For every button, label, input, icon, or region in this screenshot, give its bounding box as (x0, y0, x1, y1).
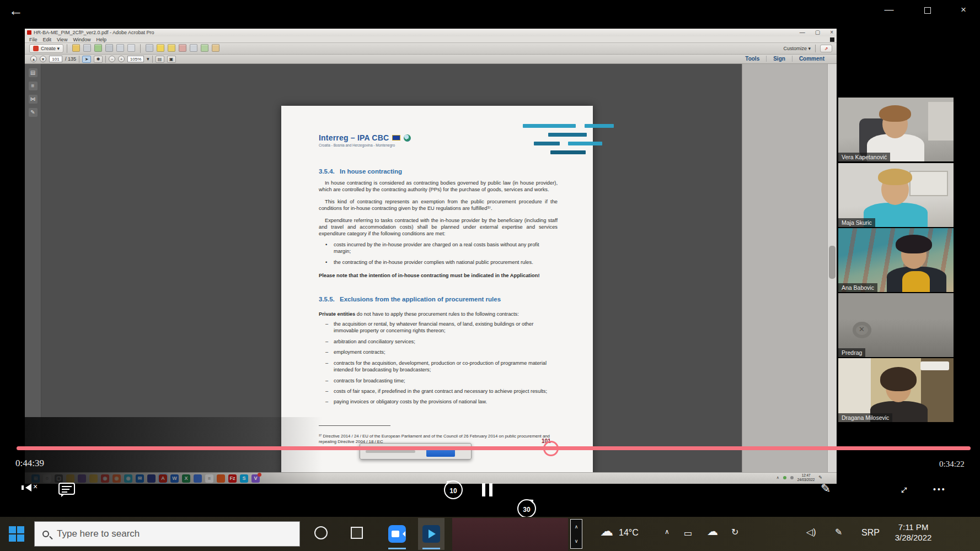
cloud-upload-icon[interactable] (94, 44, 102, 52)
tray-dot-icon (790, 476, 794, 479)
customize-button[interactable]: Customize ▾ (783, 46, 811, 51)
start-button[interactable] (9, 526, 24, 542)
comment-tab[interactable]: Comment (792, 56, 831, 62)
tray-chevron-icon[interactable]: ∧ (776, 476, 779, 480)
acrobat-close-button[interactable]: × (830, 29, 833, 35)
menu-file[interactable]: File (29, 37, 38, 42)
menu-edit[interactable]: Edit (43, 37, 52, 42)
page-navigation-hud[interactable] (360, 443, 472, 460)
tools-tab[interactable]: Tools (738, 56, 766, 62)
signatures-icon[interactable]: ✎ (29, 108, 38, 117)
sign-tab[interactable]: Sign (766, 56, 792, 62)
participant-video[interactable]: Ana Babovic (838, 228, 954, 292)
select-tool-button[interactable]: ➤ (82, 56, 91, 63)
extract-page-icon[interactable] (190, 44, 197, 52)
more-options-button[interactable]: ••• (933, 485, 946, 494)
subtitles-icon (58, 483, 75, 495)
tray-chevron-icon[interactable]: ∧ (665, 528, 670, 536)
vertical-scrollbar[interactable] (827, 64, 837, 472)
acrobat-title-bar[interactable]: HR-BA-ME_PIM_2CfP_ver2.0.pdf - Adobe Acr… (25, 29, 837, 36)
shared-clock[interactable]: 12:47 24/03/2022 (797, 473, 815, 482)
taskbar-clock[interactable]: 7:11 PM 3/28/2022 (887, 522, 940, 543)
window-minimize-button[interactable]: — (878, 4, 900, 15)
email-icon[interactable] (127, 44, 135, 52)
pen-tray-icon[interactable]: ✎ (835, 527, 842, 537)
collapse-toolbar-icon[interactable]: ⇗ (820, 45, 832, 52)
window-close-button[interactable]: × (952, 4, 974, 15)
menu-window[interactable]: Window (73, 37, 90, 42)
menu-view[interactable]: View (57, 37, 67, 42)
phone-link-icon[interactable]: ▭ (684, 528, 692, 538)
page-number-input[interactable]: 101 (49, 56, 62, 62)
scroll-down-icon[interactable]: ∨ (571, 534, 582, 548)
comment-bubble-icon[interactable] (157, 44, 164, 52)
signature-icon[interactable] (212, 44, 219, 52)
shared-pen-icon[interactable]: ✎ (818, 475, 822, 480)
open-app-thumbnail[interactable] (452, 518, 568, 551)
playhead-handle[interactable] (543, 441, 559, 456)
acrobat-minimize-button[interactable]: — (800, 29, 805, 35)
highlight-comment-icon[interactable] (168, 44, 175, 52)
media-player-app-button[interactable] (418, 518, 445, 550)
bullet-item: •the contracting of the in-house provide… (319, 259, 558, 266)
participant-video[interactable]: Vera Kapetanović (838, 98, 954, 161)
create-button[interactable]: Create ▾ (29, 44, 63, 53)
subtitles-button[interactable] (58, 483, 75, 497)
fullscreen-button[interactable]: ↔ (897, 482, 909, 496)
clock-time: 7:11 PM (887, 522, 940, 532)
pause-button[interactable] (482, 483, 492, 496)
forward-30-button[interactable]: 30 (517, 499, 536, 518)
zoom-level-input[interactable]: 105% (127, 56, 144, 62)
zoom-out-button[interactable]: − (109, 56, 115, 62)
weather-temp[interactable]: 14°C (619, 528, 639, 538)
taskbar-scroll-control[interactable]: ∧ ∨ (570, 519, 582, 549)
scrollbar-thumb[interactable] (829, 246, 836, 279)
window-restore-button[interactable] (917, 4, 939, 15)
previous-page-button[interactable]: ▲ (30, 56, 37, 62)
weather-icon[interactable]: ☁ (600, 523, 613, 539)
intro-line: Private entities do not have to apply th… (319, 311, 558, 317)
cortana-button[interactable] (314, 526, 328, 539)
sync-icon[interactable]: ↻ (731, 527, 738, 537)
acrobat-nav-toolbar: ▲ ▼ 101 / 135 ➤ ✱ − + 105% ▾ ▤ ▣ (25, 55, 837, 64)
progress-bar[interactable] (17, 446, 971, 450)
open-file-icon[interactable] (72, 44, 80, 52)
mute-button[interactable]: × (25, 484, 36, 494)
menu-help[interactable]: Help (96, 37, 106, 42)
participant-video[interactable]: Dragana Milosevic (838, 358, 954, 422)
save-icon[interactable] (83, 44, 91, 52)
bookmarks-icon[interactable]: ≡ (29, 82, 38, 90)
export-page-icon[interactable] (201, 44, 208, 52)
onedrive-icon[interactable]: ☁ (707, 525, 718, 538)
back-button[interactable]: ← (9, 2, 23, 19)
participant-video[interactable]: ✕ Predrag (838, 293, 954, 357)
annotate-pen-button[interactable]: ✎ (821, 482, 831, 496)
zoom-in-button[interactable]: + (118, 56, 125, 62)
participant-video[interactable]: Maja Skuric (838, 163, 954, 227)
gear-icon[interactable] (146, 44, 153, 52)
zoom-dropdown-caret[interactable]: ▾ (147, 56, 149, 62)
print-icon[interactable] (105, 44, 113, 52)
next-page-button[interactable]: ▼ (40, 56, 46, 62)
edit-page-icon[interactable] (116, 44, 124, 52)
decorative-bars (523, 124, 614, 158)
shared-screen: HR-BA-ME_PIM_2CfP_ver2.0.pdf - Adobe Acr… (25, 29, 837, 484)
programme-logo: Interreg – IPA CBC Croatia - Bosnia and … (319, 133, 558, 147)
language-indicator[interactable]: SRP (861, 528, 880, 538)
dash-item: –costs of fair space, if predefined in t… (319, 388, 558, 395)
acrobat-restore-button[interactable]: ▢ (815, 29, 820, 35)
toolbar-divider[interactable] (140, 44, 141, 53)
taskbar-search-input[interactable]: Type here to search (34, 521, 300, 547)
scroll-view-icon[interactable]: ▤ (156, 56, 164, 63)
page-thumbnails-icon[interactable]: ▤ (29, 68, 38, 77)
task-view-button[interactable] (351, 527, 363, 539)
hand-tool-button[interactable]: ✱ (94, 56, 103, 63)
delete-page-icon[interactable] (179, 44, 186, 52)
clock-date: 3/28/2022 (887, 532, 940, 543)
zoom-app-button[interactable] (384, 518, 410, 550)
attachments-icon[interactable]: ⋈ (29, 95, 38, 104)
volume-icon[interactable]: ◁) (806, 527, 816, 537)
scroll-up-icon[interactable]: ∧ (571, 520, 582, 534)
fit-width-icon[interactable]: ▣ (167, 56, 176, 63)
rewind-10-button[interactable]: 10 (444, 480, 463, 499)
